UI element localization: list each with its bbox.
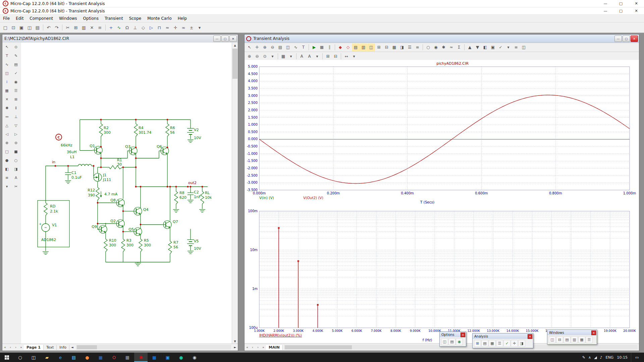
delete-tool-icon[interactable]: ✕ — [2, 95, 11, 104]
select-mode-icon[interactable]: ↖ — [246, 44, 253, 51]
notification-center-button[interactable]: ▭ — [631, 353, 643, 362]
panel-icon[interactable]: ◫ — [284, 44, 292, 51]
close-button[interactable]: ✕ — [629, 0, 644, 7]
zoom-dropdown-icon[interactable]: ▾ — [269, 53, 276, 60]
schematic-tab-page-1[interactable]: Page 1 — [24, 345, 44, 350]
microcap-taskbar-icon[interactable]: ◉ — [134, 353, 148, 362]
menu-edit[interactable]: Edit — [13, 15, 26, 22]
maximize-button[interactable]: ▢ — [613, 7, 629, 14]
pause-icon[interactable]: ‖ — [326, 44, 333, 51]
schematic-vertical-scrollbar[interactable]: ▲▼ — [232, 43, 238, 344]
grid-windows-icon[interactable]: ▦ — [578, 336, 585, 343]
minor-grid-icon[interactable]: ▦ — [390, 44, 398, 51]
half-icon[interactable]: ◧ — [481, 44, 489, 51]
down-tool-icon[interactable]: ▽ — [11, 121, 20, 130]
run-icon[interactable]: ▶ — [310, 44, 318, 51]
cut-icon[interactable]: ✂ — [64, 23, 72, 32]
menu-windows[interactable]: Windows — [56, 15, 80, 22]
half-left-icon[interactable]: ◧ — [2, 165, 11, 173]
menu-help[interactable]: Help — [175, 15, 190, 22]
next-page-button[interactable]: › — [13, 345, 18, 350]
maximize-button[interactable]: ▢ — [613, 0, 629, 7]
menu-transient[interactable]: Transient — [102, 15, 126, 22]
diode-icon[interactable]: ◇ — [139, 23, 147, 32]
new-icon[interactable]: □ — [1, 23, 9, 32]
box-tool-icon[interactable]: ▤ — [11, 60, 20, 69]
check-analysis-icon[interactable]: ✓ — [503, 340, 511, 347]
opera-icon[interactable]: O — [107, 353, 121, 362]
cross-analysis-icon[interactable]: ✛ — [511, 340, 518, 347]
info-tool-icon[interactable]: i — [2, 77, 11, 86]
app-navy-icon[interactable]: ■ — [94, 353, 107, 362]
data-points-icon[interactable]: ▤ — [352, 44, 360, 51]
wire-tool-icon[interactable]: ∿ — [2, 60, 11, 69]
window-options-icon[interactable]: ◫ — [441, 338, 448, 345]
stack-icon[interactable]: ☰ — [586, 336, 593, 343]
tray-expand-icon[interactable]: ∧ — [588, 355, 591, 360]
crosshair-icon[interactable]: ✛ — [171, 23, 179, 32]
minimize-button[interactable]: — — [598, 0, 613, 7]
undo-icon[interactable]: ↶ — [45, 23, 53, 32]
close-button[interactable]: ✕ — [629, 7, 644, 14]
redo-icon[interactable]: ↷ — [53, 23, 61, 32]
wire-mode-icon[interactable]: ▷ — [147, 23, 155, 32]
transient-plot[interactable]: pichyAD1862.CIR5.0004.5004.0003.5003.000… — [245, 60, 639, 207]
resistor-icon[interactable]: Ω — [123, 23, 131, 32]
infinity-icon[interactable]: ∞ — [179, 23, 187, 32]
open-icon[interactable]: ⊡ — [9, 23, 17, 32]
list-options-icon[interactable]: ▤ — [448, 338, 455, 345]
font-size-icon[interactable]: A — [306, 53, 313, 60]
last-plot-button[interactable]: » — [261, 345, 266, 350]
right-tool-icon[interactable]: ▷ — [11, 130, 20, 138]
dot-icon[interactable]: ● — [2, 156, 11, 165]
schematic-tab-info[interactable]: Info — [57, 345, 69, 350]
sum-icon[interactable]: Σ — [455, 44, 463, 51]
scroll-left-button[interactable]: ◄ — [69, 345, 75, 350]
save-icon[interactable]: ▣ — [17, 23, 25, 32]
left-tool-icon[interactable]: ◁ — [2, 130, 11, 138]
smooth-icon[interactable]: ≈ — [447, 44, 455, 51]
check-icon[interactable]: ✓ — [497, 44, 504, 51]
schematic-restore-button[interactable]: ▢ — [221, 36, 229, 42]
app-blue2-icon[interactable]: ▣ — [161, 353, 174, 362]
zoom-in-icon[interactable]: ⊕ — [246, 53, 253, 60]
grid-select-icon[interactable]: ▦ — [279, 53, 287, 60]
schematic-close-button[interactable]: ✕ — [229, 36, 237, 42]
options-close-icon[interactable]: ✕ — [461, 333, 465, 337]
start-button[interactable] — [0, 353, 13, 362]
text-tool-icon[interactable]: T — [2, 51, 11, 60]
analysis-minimize-button[interactable]: — — [614, 36, 622, 42]
grid-dropdown-icon[interactable]: ▾ — [287, 53, 295, 60]
schematic-titlebar[interactable]: E:\MC12\DATA\pichyAD1862.CIR — ▢ ✕ — [2, 35, 238, 43]
menu-options[interactable]: Options — [80, 15, 102, 22]
more-dropdown-icon[interactable]: ▾ — [196, 23, 204, 32]
component-tool-icon[interactable]: ⊙ — [11, 43, 20, 51]
zoom-out-icon[interactable]: ⊖ — [269, 44, 276, 51]
accumulate-icon[interactable]: ✱ — [440, 44, 447, 51]
analysis-restore-button[interactable]: ▢ — [623, 36, 630, 42]
tile-horizontal-icon[interactable]: ⊟ — [556, 336, 563, 343]
marker-outline-icon[interactable]: ◇ — [344, 44, 352, 51]
waveform-icon[interactable]: ≈ — [163, 23, 171, 32]
gate-icon[interactable]: ⊓ — [155, 23, 163, 32]
print-preview-icon[interactable]: ◫ — [25, 23, 34, 32]
polarity-icon[interactable]: ± — [187, 23, 196, 32]
copy-icon[interactable]: ⊞ — [72, 23, 80, 32]
pan-dropdown-icon[interactable]: ▾ — [350, 53, 358, 60]
app-orange-icon[interactable]: ● — [80, 353, 94, 362]
check-tool-icon[interactable]: ✓ — [11, 69, 20, 77]
grid-analysis-icon[interactable]: ▦ — [489, 340, 496, 347]
ruler-icon[interactable]: ◫ — [367, 44, 375, 51]
half-grid-icon[interactable]: ◨ — [398, 44, 406, 51]
file-explorer-icon[interactable]: ▰ — [40, 353, 54, 362]
grid-tool-icon[interactable]: ▦ — [2, 86, 11, 95]
lines-icon[interactable]: ≡ — [414, 44, 421, 51]
dropdown-tool-icon[interactable]: ▾ — [2, 182, 11, 191]
pan-icon[interactable]: ↔ — [342, 53, 350, 60]
circle-icon[interactable]: ○ — [11, 156, 20, 165]
print-icon[interactable]: ▤ — [34, 23, 42, 32]
hflip-icon[interactable]: ↔ — [2, 112, 11, 121]
fill-rect-icon[interactable]: ■ — [11, 147, 20, 156]
delete-icon[interactable]: ✕ — [88, 23, 96, 32]
split-icon[interactable]: ▥ — [571, 336, 578, 343]
